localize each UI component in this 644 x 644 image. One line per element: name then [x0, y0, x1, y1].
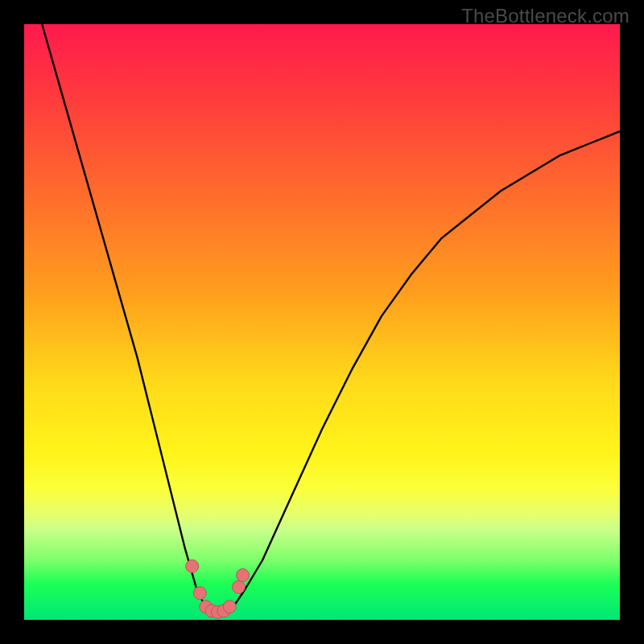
- curve-marker: [193, 587, 206, 600]
- curve-marker: [186, 559, 199, 572]
- watermark-text: TheBottleneck.com: [461, 5, 630, 27]
- curve-marker: [232, 580, 245, 593]
- curve-marker: [237, 569, 250, 582]
- chart-frame: TheBottleneck.com: [0, 0, 644, 644]
- curve-markers: [186, 559, 250, 618]
- bottleneck-curve: [42, 24, 620, 613]
- curve-marker: [223, 601, 236, 613]
- plot-area: [24, 24, 620, 620]
- curve-layer: [24, 24, 620, 620]
